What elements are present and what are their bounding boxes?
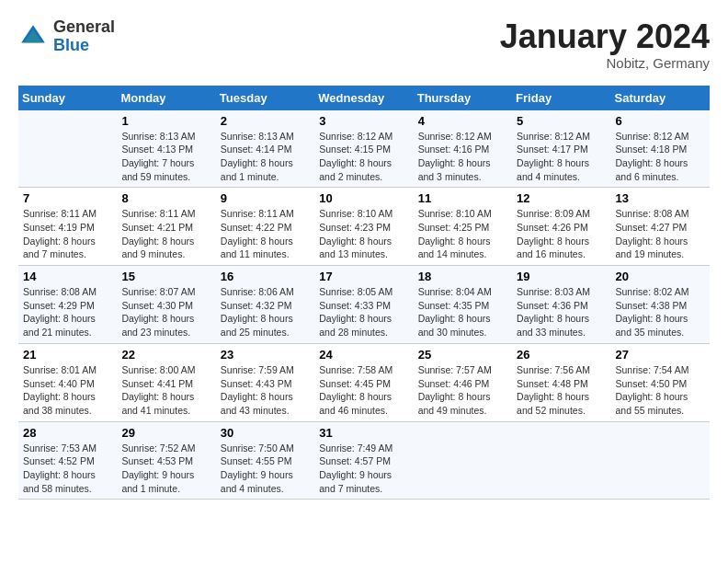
day-number: 15 — [121, 270, 210, 283]
day-number: 18 — [418, 270, 507, 283]
day-info: Sunrise: 8:11 AM Sunset: 4:21 PM Dayligh… — [121, 207, 210, 261]
day-info: Sunrise: 8:08 AM Sunset: 4:27 PM Dayligh… — [616, 207, 705, 261]
day-info: Sunrise: 8:10 AM Sunset: 4:23 PM Dayligh… — [319, 207, 408, 261]
day-info: Sunrise: 8:06 AM Sunset: 4:32 PM Dayligh… — [221, 285, 310, 339]
day-info: Sunrise: 8:12 AM Sunset: 4:17 PM Dayligh… — [517, 130, 606, 184]
calendar-cell: 26Sunrise: 7:56 AM Sunset: 4:48 PM Dayli… — [512, 343, 610, 421]
calendar-header-row: SundayMondayTuesdayWednesdayThursdayFrid… — [18, 86, 710, 110]
day-number: 17 — [319, 270, 408, 283]
column-header-saturday: Saturday — [611, 86, 710, 110]
day-info: Sunrise: 8:01 AM Sunset: 4:40 PM Dayligh… — [23, 363, 112, 418]
day-number: 16 — [221, 270, 310, 283]
calendar-cell: 20Sunrise: 8:02 AM Sunset: 4:38 PM Dayli… — [611, 266, 710, 344]
day-number: 6 — [616, 114, 705, 128]
logo-general: General — [53, 18, 115, 37]
calendar-cell: 13Sunrise: 8:08 AM Sunset: 4:27 PM Dayli… — [611, 188, 710, 266]
day-number: 7 — [23, 191, 112, 205]
calendar-cell: 29Sunrise: 7:52 AM Sunset: 4:53 PM Dayli… — [117, 421, 215, 500]
calendar-cell — [512, 421, 610, 500]
day-info: Sunrise: 7:59 AM Sunset: 4:43 PM Dayligh… — [221, 363, 310, 418]
column-header-thursday: Thursday — [414, 86, 512, 110]
day-number: 25 — [418, 348, 507, 362]
day-number: 22 — [121, 348, 210, 362]
calendar-cell: 31Sunrise: 7:49 AM Sunset: 4:57 PM Dayli… — [314, 421, 413, 500]
day-number: 13 — [616, 191, 705, 205]
day-number: 11 — [418, 191, 507, 205]
week-row-4: 21Sunrise: 8:01 AM Sunset: 4:40 PM Dayli… — [18, 343, 710, 421]
calendar-cell: 11Sunrise: 8:10 AM Sunset: 4:25 PM Dayli… — [414, 188, 512, 266]
calendar-cell: 1Sunrise: 8:13 AM Sunset: 4:13 PM Daylig… — [117, 110, 215, 188]
day-number: 19 — [517, 270, 606, 283]
calendar-cell: 16Sunrise: 8:06 AM Sunset: 4:32 PM Dayli… — [216, 266, 314, 344]
column-header-sunday: Sunday — [18, 86, 117, 110]
logo-icon — [18, 22, 48, 52]
day-info: Sunrise: 8:12 AM Sunset: 4:15 PM Dayligh… — [319, 130, 408, 184]
day-info: Sunrise: 8:03 AM Sunset: 4:36 PM Dayligh… — [517, 285, 606, 339]
calendar-cell: 2Sunrise: 8:13 AM Sunset: 4:14 PM Daylig… — [216, 110, 314, 188]
day-number: 23 — [221, 348, 310, 362]
calendar-cell: 5Sunrise: 8:12 AM Sunset: 4:17 PM Daylig… — [512, 110, 610, 188]
logo-text: General Blue — [53, 18, 115, 55]
calendar-cell: 3Sunrise: 8:12 AM Sunset: 4:15 PM Daylig… — [314, 110, 413, 188]
day-info: Sunrise: 8:13 AM Sunset: 4:14 PM Dayligh… — [221, 130, 310, 184]
title-block: January 2024 Nobitz, Germany — [500, 18, 710, 71]
calendar-cell: 24Sunrise: 7:58 AM Sunset: 4:45 PM Dayli… — [314, 343, 413, 421]
calendar-cell: 17Sunrise: 8:05 AM Sunset: 4:33 PM Dayli… — [314, 266, 413, 344]
calendar-cell: 8Sunrise: 8:11 AM Sunset: 4:21 PM Daylig… — [117, 188, 215, 266]
day-number: 20 — [616, 270, 705, 283]
column-header-tuesday: Tuesday — [216, 86, 314, 110]
calendar-cell: 22Sunrise: 8:00 AM Sunset: 4:41 PM Dayli… — [117, 343, 215, 421]
day-info: Sunrise: 7:54 AM Sunset: 4:50 PM Dayligh… — [616, 363, 705, 418]
day-info: Sunrise: 8:08 AM Sunset: 4:29 PM Dayligh… — [23, 285, 112, 339]
calendar-cell — [414, 421, 512, 500]
calendar-cell: 27Sunrise: 7:54 AM Sunset: 4:50 PM Dayli… — [611, 343, 710, 421]
calendar-table: SundayMondayTuesdayWednesdayThursdayFrid… — [18, 86, 710, 500]
day-info: Sunrise: 7:53 AM Sunset: 4:52 PM Dayligh… — [23, 442, 112, 496]
day-info: Sunrise: 8:13 AM Sunset: 4:13 PM Dayligh… — [121, 130, 210, 184]
day-info: Sunrise: 7:57 AM Sunset: 4:46 PM Dayligh… — [418, 363, 507, 418]
day-number: 8 — [121, 191, 210, 205]
day-info: Sunrise: 8:09 AM Sunset: 4:26 PM Dayligh… — [517, 207, 606, 261]
day-number: 24 — [319, 348, 408, 362]
calendar-cell: 18Sunrise: 8:04 AM Sunset: 4:35 PM Dayli… — [414, 266, 512, 344]
calendar-cell: 30Sunrise: 7:50 AM Sunset: 4:55 PM Dayli… — [216, 421, 314, 500]
day-info: Sunrise: 8:12 AM Sunset: 4:16 PM Dayligh… — [418, 130, 507, 184]
day-number: 21 — [23, 348, 112, 362]
calendar-cell — [18, 110, 117, 188]
calendar-cell: 19Sunrise: 8:03 AM Sunset: 4:36 PM Dayli… — [512, 266, 610, 344]
day-number: 4 — [418, 114, 507, 128]
day-info: Sunrise: 7:58 AM Sunset: 4:45 PM Dayligh… — [319, 363, 408, 418]
day-info: Sunrise: 8:10 AM Sunset: 4:25 PM Dayligh… — [418, 207, 507, 261]
calendar-cell: 6Sunrise: 8:12 AM Sunset: 4:18 PM Daylig… — [611, 110, 710, 188]
day-info: Sunrise: 7:49 AM Sunset: 4:57 PM Dayligh… — [319, 442, 408, 496]
week-row-3: 14Sunrise: 8:08 AM Sunset: 4:29 PM Dayli… — [18, 266, 710, 344]
week-row-2: 7Sunrise: 8:11 AM Sunset: 4:19 PM Daylig… — [18, 188, 710, 266]
calendar-cell: 21Sunrise: 8:01 AM Sunset: 4:40 PM Dayli… — [18, 343, 117, 421]
day-info: Sunrise: 8:11 AM Sunset: 4:22 PM Dayligh… — [221, 207, 310, 261]
calendar-cell: 14Sunrise: 8:08 AM Sunset: 4:29 PM Dayli… — [18, 266, 117, 344]
day-number: 10 — [319, 191, 408, 205]
day-number: 2 — [221, 114, 310, 128]
day-number: 3 — [319, 114, 408, 128]
location: Nobitz, Germany — [500, 55, 710, 71]
calendar-cell: 12Sunrise: 8:09 AM Sunset: 4:26 PM Dayli… — [512, 188, 610, 266]
day-info: Sunrise: 7:50 AM Sunset: 4:55 PM Dayligh… — [221, 442, 310, 496]
calendar-cell: 15Sunrise: 8:07 AM Sunset: 4:30 PM Dayli… — [117, 266, 215, 344]
week-row-5: 28Sunrise: 7:53 AM Sunset: 4:52 PM Dayli… — [18, 421, 710, 500]
day-number: 28 — [23, 426, 112, 440]
column-header-monday: Monday — [117, 86, 215, 110]
day-info: Sunrise: 7:56 AM Sunset: 4:48 PM Dayligh… — [517, 363, 606, 418]
logo: General Blue — [18, 18, 115, 55]
day-info: Sunrise: 8:00 AM Sunset: 4:41 PM Dayligh… — [121, 363, 210, 418]
calendar-cell: 9Sunrise: 8:11 AM Sunset: 4:22 PM Daylig… — [216, 188, 314, 266]
day-info: Sunrise: 8:11 AM Sunset: 4:19 PM Dayligh… — [23, 207, 112, 261]
day-info: Sunrise: 8:04 AM Sunset: 4:35 PM Dayligh… — [418, 285, 507, 339]
day-number: 27 — [616, 348, 705, 362]
calendar-cell: 25Sunrise: 7:57 AM Sunset: 4:46 PM Dayli… — [414, 343, 512, 421]
month-title: January 2024 — [500, 18, 710, 55]
week-row-1: 1Sunrise: 8:13 AM Sunset: 4:13 PM Daylig… — [18, 110, 710, 188]
day-number: 30 — [221, 426, 310, 440]
calendar-cell: 4Sunrise: 8:12 AM Sunset: 4:16 PM Daylig… — [414, 110, 512, 188]
column-header-friday: Friday — [512, 86, 610, 110]
day-info: Sunrise: 8:12 AM Sunset: 4:18 PM Dayligh… — [616, 130, 705, 184]
